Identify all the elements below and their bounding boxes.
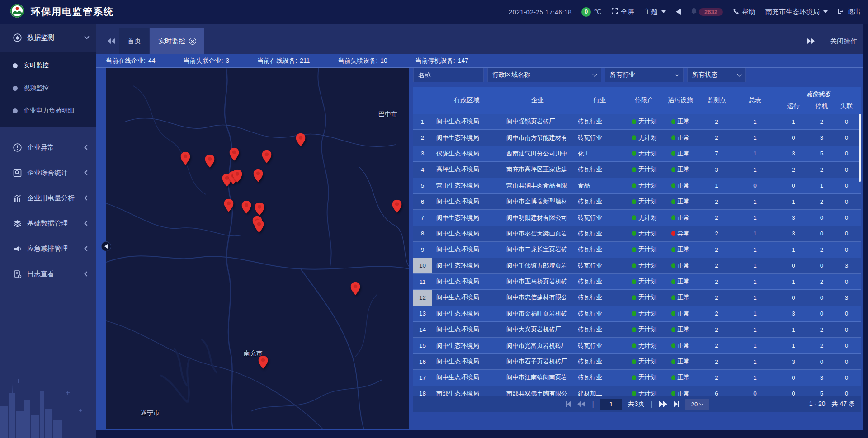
sidebar-item-power-analysis[interactable]: 企业用电量分析 [0, 185, 96, 211]
monitor-gauge-icon [13, 33, 22, 42]
tab-scroll-right-button[interactable] [803, 38, 818, 44]
sidebar: 数据监测 实时监控 视频监控 企业电力负荷明细 [0, 24, 96, 438]
close-operations-button[interactable]: 关闭操作 [830, 37, 857, 46]
next-page-button[interactable] [659, 401, 667, 407]
table-row[interactable]: 1阆中生态环境局阆中强锐页岩砖厂砖瓦行业无计划正常21120 [413, 114, 861, 130]
fullscreen-button[interactable]: 全屏 [611, 8, 634, 16]
cell-halt-count: 0 [811, 258, 832, 273]
map-pin[interactable] [262, 150, 272, 165]
cell-halt-count: 0 [811, 290, 832, 305]
map-pin[interactable] [296, 133, 306, 148]
theme-dropdown[interactable]: 主题 [644, 8, 666, 16]
bullet-icon [13, 108, 18, 113]
sidebar-item-realtime-monitoring[interactable]: 实时监控 [0, 54, 96, 77]
cell-monitor-count: 6 [698, 386, 735, 396]
cell-lost-count: 0 [832, 354, 861, 369]
status-dot-icon [671, 279, 675, 284]
table-row[interactable]: 15阆中生态环境局阆中市光富页岩机砖厂砖瓦行业无计划正常21120 [413, 338, 861, 353]
layers-icon [13, 219, 22, 228]
map-pin[interactable] [259, 356, 268, 371]
table-row[interactable]: 4高坪生态环境局南充市高坪区王家店建砖瓦行业无计划正常31220 [413, 162, 861, 178]
map-pin[interactable] [242, 201, 251, 216]
cell-run-count: 1 [775, 274, 811, 289]
table-row[interactable]: 2阆中生态环境局阆中市南方节能建材有砖瓦行业无计划正常21030 [413, 130, 861, 146]
help-button[interactable]: 帮助 [733, 8, 755, 16]
table-row[interactable]: 6阆中生态环境局阆中市金博瑞新型墙材砖瓦行业无计划正常21120 [413, 194, 861, 210]
bureau-dropdown[interactable]: 南充市生态环境局 [765, 8, 828, 16]
map-pin[interactable] [233, 170, 242, 184]
name-filter-input[interactable] [413, 68, 484, 82]
map-pin[interactable] [392, 200, 402, 215]
first-page-button[interactable] [566, 401, 571, 407]
sound-mute-button[interactable] [676, 9, 681, 15]
map-pin[interactable] [253, 169, 263, 184]
stat-value: 10 [380, 57, 387, 65]
table-row[interactable]: 16阆中生态环境局阆中市石子页岩机砖厂砖瓦行业无计划正常21300 [413, 354, 861, 370]
table-row[interactable]: 11阆中生态环境局阆中市五马桥页岩机砖砖瓦行业无计划正常21120 [413, 274, 861, 290]
sidebar-item-data-monitoring[interactable]: 数据监测 [0, 24, 96, 52]
map-pin[interactable] [350, 282, 360, 297]
map-panel[interactable]: 巴中市南充市遂宁市 [106, 68, 409, 429]
cell-run-count: 0 [775, 130, 811, 145]
map-pin[interactable] [180, 152, 190, 167]
scrollbar-thumb[interactable] [859, 114, 861, 182]
cell-region: 南部生态环境局 [432, 386, 502, 396]
bullet-icon [13, 63, 18, 68]
cell-meter-count: 1 [735, 114, 775, 129]
status-dot-icon [632, 359, 636, 364]
sidebar-item-power-load-detail[interactable]: 企业电力负荷明细 [0, 99, 96, 122]
status-filter-select[interactable]: 所有状态 [687, 68, 746, 82]
table-row[interactable]: 18南部生态环境局南部县双佛土陶有限公建材加工无计划正常60050 [413, 386, 861, 396]
sidebar-item-emergency-reduction[interactable]: 应急减排管理 [0, 236, 96, 261]
sidebar-item-label: 应急减排管理 [27, 245, 68, 253]
table-row[interactable]: 10阆中生态环境局阆中千佛镇五郎垭页岩砖瓦行业无计划正常21003 [413, 258, 861, 274]
sidebar-item-base-data[interactable]: 基础数据管理 [0, 211, 96, 236]
table-row[interactable]: 5营山生态环境局营山县润丰肉食品有限食品无计划正常10010 [413, 178, 861, 194]
map-pin[interactable] [255, 203, 264, 217]
table-row[interactable]: 3仪陇生态环境局西南油气田分公司川中化工无计划正常71350 [413, 146, 861, 162]
tab-home[interactable]: 首页 [119, 28, 149, 54]
table-row[interactable]: 9阆中生态环境局阆中市二龙长宝页岩砖砖瓦行业无计划正常21120 [413, 242, 861, 258]
page-number-input[interactable]: 1 [600, 399, 622, 410]
map-pin[interactable] [224, 199, 233, 214]
tab-scroll-left-button[interactable] [104, 38, 119, 44]
last-page-button[interactable] [674, 401, 679, 407]
table-row[interactable]: 8阆中生态环境局阆中市枣碧大梁山页岩砖瓦行业无计划异常21300 [413, 226, 861, 242]
industry-filter-select[interactable]: 所有行业 [605, 68, 684, 82]
cell-lost-count: 0 [832, 242, 861, 257]
cell-meter-count: 1 [735, 274, 775, 289]
table-row[interactable]: 12阆中生态环境局阆中市忠信建材有限公砖瓦行业无计划正常21003 [413, 290, 861, 306]
cell-meter-count: 1 [735, 242, 775, 257]
map-pin[interactable] [205, 155, 215, 170]
page-size-select[interactable]: 20 [685, 399, 709, 410]
map-pin[interactable] [254, 220, 264, 235]
datetime-label: 2021-02-25 17:46:18 [509, 8, 571, 16]
cell-halt-count: 2 [811, 114, 832, 129]
sidebar-item-enterprise-statistics[interactable]: 企业综合统计 [0, 160, 96, 185]
previous-page-button[interactable] [577, 401, 585, 407]
sidebar-item-enterprise-abnormal[interactable]: 企业异常 [0, 135, 96, 160]
cell-industry: 砖瓦行业 [573, 226, 626, 241]
status-dot-icon [632, 231, 636, 236]
status-dot-icon [632, 311, 636, 316]
status-dot-icon [632, 263, 636, 268]
table-row[interactable]: 14阆中生态环境局阆中大兴页岩机砖厂砖瓦行业无计划正常21120 [413, 322, 861, 338]
sidebar-item-log-view[interactable]: 日志查看 [0, 261, 96, 287]
cell-facility-status: 正常 [662, 322, 698, 337]
col-header-region: 行政区域 [432, 87, 502, 114]
close-icon[interactable] [189, 38, 196, 45]
sidebar-item-video-monitoring[interactable]: 视频监控 [0, 77, 96, 99]
table-row[interactable]: 17阆中生态环境局阆中市江南镇阆南页岩砖瓦行业无计划正常21030 [413, 370, 861, 386]
tab-realtime-monitoring[interactable]: 实时监控 [150, 28, 204, 54]
logout-button[interactable]: 退出 [838, 8, 861, 16]
row-index: 11 [413, 274, 432, 289]
cell-run-count: 1 [775, 242, 811, 257]
region-filter-select[interactable]: 行政区域名称 [487, 68, 601, 82]
table-row[interactable]: 13阆中生态环境局阆中市金福旺页岩机砖砖瓦行业无计划正常21300 [413, 306, 861, 322]
chevron-left-icon [84, 246, 89, 251]
table-row[interactable]: 7阆中生态环境局阆中明阳建材有限公司砖瓦行业无计划正常21300 [413, 210, 861, 226]
map-pin[interactable] [229, 148, 239, 163]
notifications-widget[interactable]: 2632 [691, 8, 723, 16]
map-collapse-button[interactable] [101, 241, 111, 251]
cell-lost-count: 3 [832, 258, 861, 273]
